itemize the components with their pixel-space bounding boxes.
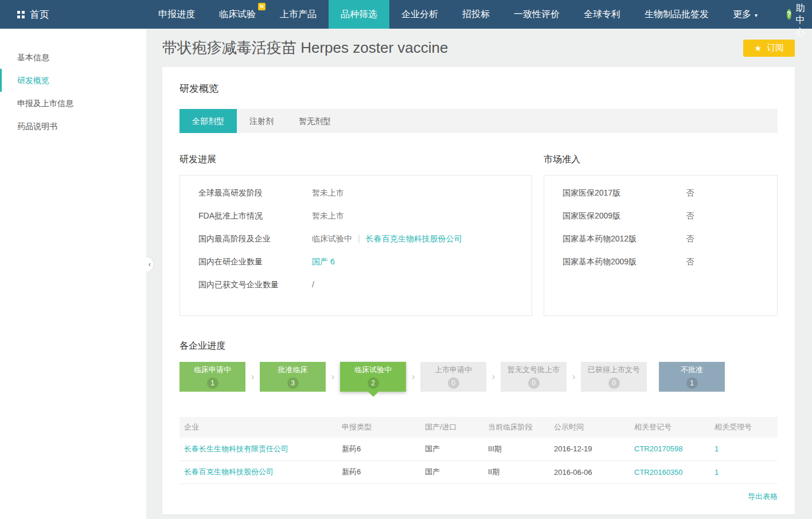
nav-item-clinical-trials[interactable]: 临床试验 N — [207, 0, 268, 29]
top-nav: 首页 申报进度 临床试验 N 上市产品 品种筛选 企业分析 招投标 一致性评价 … — [0, 0, 812, 29]
registration-no-link[interactable]: CTR20160350 — [634, 468, 683, 477]
col-company: 企业 — [179, 417, 337, 438]
cell-publish-date: 2016-12-19 — [549, 438, 630, 461]
info-label: 国家医保2017版 — [563, 188, 686, 198]
export-table-link[interactable]: 导出表格 — [748, 492, 778, 501]
stage-clinical-approved[interactable]: 批准临床 3 — [260, 362, 326, 392]
table-row: 长春百克生物科技股份公司 新药6 国产 II期 2016-06-06 CTR20… — [179, 461, 778, 483]
sidebar: 基本信息 研发概览 申报及上市信息 药品说明书 — [0, 29, 146, 519]
nav-item-company-analysis[interactable]: 企业分析 — [389, 0, 450, 29]
chevron-left-icon — [149, 260, 151, 268]
domestic-count-link[interactable]: 国产 6 — [312, 257, 335, 267]
sidebar-item-declare-market-info[interactable]: 申报及上市信息 — [0, 92, 146, 115]
market-access-heading: 市场准入 — [544, 154, 778, 166]
main-content: 带状疱疹减毒活疫苗 Herpes zoster vaccine 订阅 研发概览 … — [146, 29, 812, 519]
stage-pipeline: 临床申请中 1 批准临床 3 临床试验中 2 上市申请中 0 — [179, 362, 778, 392]
col-origin: 国产/进口 — [420, 417, 483, 438]
info-value: 否 — [686, 257, 694, 267]
info-label: FDA批准上市情况 — [198, 211, 312, 221]
star-icon — [754, 43, 762, 53]
nav-item-declare-progress[interactable]: 申报进度 — [146, 0, 207, 29]
info-value: 否 — [686, 188, 694, 198]
nav-home[interactable]: 首页 — [0, 0, 146, 29]
sidebar-item-basic-info[interactable]: 基本信息 — [0, 46, 146, 69]
nav-item-label: 临床试验 — [219, 9, 256, 21]
stage-no-license-approved[interactable]: 暂无文号批上市 0 — [501, 362, 567, 392]
col-apply-type: 申报类型 — [337, 417, 420, 438]
info-row: 国内已获文号企业数量 / — [198, 274, 513, 296]
question-icon — [787, 9, 791, 19]
help-center-button[interactable]: 帮助中心 — [770, 0, 812, 29]
nav-item-more[interactable]: 更多 — [721, 0, 770, 29]
card-title: 研发概览 — [179, 82, 778, 95]
page-header: 带状疱疹减毒活疫苗 Herpes zoster vaccine 订阅 — [162, 38, 795, 58]
info-label: 国家医保2009版 — [563, 211, 686, 221]
stage-label: 上市申请中 — [435, 365, 472, 375]
page-title: 带状疱疹减毒活疫苗 Herpes zoster vaccine — [162, 38, 448, 58]
col-publish-date: 公示时间 — [549, 417, 630, 438]
market-access-box: 国家医保2017版 否 国家医保2009版 否 国家基本药物2012版 否 — [544, 175, 778, 316]
stage-label: 批准临床 — [278, 365, 308, 375]
sidebar-item-rnd-overview[interactable]: 研发概览 — [0, 69, 146, 92]
stage-label: 不批准 — [681, 365, 703, 375]
tab-injection[interactable]: 注射剂 — [237, 109, 286, 133]
company-link[interactable]: 长春百克生物科技股份公司 — [184, 467, 274, 476]
stage-in-clinical-trial[interactable]: 临床试验中 2 — [340, 362, 406, 392]
tab-all-dosage-forms[interactable]: 全部剂型 — [179, 109, 237, 133]
col-phase: 当前临床阶段 — [483, 417, 549, 438]
stage-count: 3 — [287, 377, 299, 389]
company-link[interactable]: 长春长生生物科技有限责任公司 — [184, 444, 288, 453]
cell-publish-date: 2016-06-06 — [549, 461, 630, 483]
nav-item-biologics-batch-release[interactable]: 生物制品批签发 — [633, 0, 721, 29]
tab-no-dosage-form[interactable]: 暂无剂型 — [286, 109, 343, 133]
nav-item-global-patents[interactable]: 全球专利 — [572, 0, 633, 29]
info-value: 否 — [686, 211, 694, 221]
stage-count: 0 — [448, 377, 459, 389]
nav-item-variety-screening[interactable]: 品种筛选 — [329, 0, 389, 29]
info-label: 国家基本药物2009版 — [563, 257, 686, 267]
registration-no-link[interactable]: CTR20170598 — [634, 444, 683, 453]
nav-item-consistency-evaluation[interactable]: 一致性评价 — [502, 0, 572, 29]
stage-clinical-applying[interactable]: 临床申请中 1 — [179, 362, 245, 392]
info-value: / — [312, 280, 314, 289]
rnd-progress-box: 全球最高研发阶段 暂未上市 FDA批准上市情况 暂未上市 国内最高阶段及企业 临… — [179, 175, 532, 316]
stage-rejected[interactable]: 不批准 1 — [659, 362, 725, 392]
acceptance-no-link[interactable]: 1 — [715, 444, 719, 453]
nav-item-label: 更多 — [733, 9, 751, 21]
stage-license-obtained[interactable]: 已获得上市文号 0 — [581, 362, 647, 392]
stage-arrow-icon — [486, 371, 501, 383]
nav-item-marketed-products[interactable]: 上市产品 — [268, 0, 329, 29]
info-row: FDA批准上市情况 暂未上市 — [198, 205, 513, 228]
cell-origin: 国产 — [420, 461, 483, 483]
info-row: 国家医保2009版 否 — [563, 205, 759, 228]
rnd-progress-heading: 研发进展 — [179, 154, 532, 166]
sidebar-item-drug-label[interactable]: 药品说明书 — [0, 115, 146, 138]
info-row: 国家基本药物2009版 否 — [563, 251, 759, 274]
stage-arrow-icon — [567, 371, 581, 383]
stage-market-applying[interactable]: 上市申请中 0 — [420, 362, 486, 392]
acceptance-no-link[interactable]: 1 — [715, 468, 719, 477]
nav-item-bidding[interactable]: 招投标 — [450, 0, 502, 29]
table-header-row: 企业 申报类型 国产/进口 当前临床阶段 公示时间 相关登记号 相关受理号 — [179, 417, 778, 438]
summary-columns: 研发进展 全球最高研发阶段 暂未上市 FDA批准上市情况 暂未上市 国内最高阶段… — [179, 154, 778, 316]
subscribe-button[interactable]: 订阅 — [743, 40, 795, 57]
cell-phase: II期 — [483, 461, 549, 483]
company-progress-table: 企业 申报类型 国产/进口 当前临床阶段 公示时间 相关登记号 相关受理号 长春… — [179, 417, 778, 484]
info-row: 国家基本药物2012版 否 — [563, 228, 759, 251]
info-row: 国内在研企业数量 国产 6 — [198, 251, 513, 274]
market-access-section: 市场准入 国家医保2017版 否 国家医保2009版 否 国家基本药物2012版 — [544, 154, 778, 316]
company-progress-heading: 各企业进度 — [179, 340, 778, 352]
info-row: 国内最高阶段及企业 临床试验中 | 长春百克生物科技股份公司 — [198, 228, 513, 251]
subscribe-label: 订阅 — [767, 42, 784, 53]
info-label: 国内已获文号企业数量 — [198, 280, 312, 290]
nav-menu: 申报进度 临床试验 N 上市产品 品种筛选 企业分析 招投标 一致性评价 全球专… — [146, 0, 770, 29]
chevron-down-icon — [751, 9, 758, 19]
cell-apply-type: 新药6 — [337, 438, 420, 461]
stage-arrow-icon — [245, 371, 260, 383]
stage-count: 0 — [608, 377, 620, 389]
col-registration-no: 相关登记号 — [630, 417, 710, 438]
company-link[interactable]: 长春百克生物科技股份公司 — [366, 234, 462, 244]
overview-card: 研发概览 全部剂型 注射剂 暂无剂型 研发进展 全球最高研发阶段 暂未上市 FD… — [162, 67, 795, 514]
stage-label: 暂无文号批上市 — [508, 365, 560, 375]
info-value: 暂未上市 — [312, 188, 344, 198]
